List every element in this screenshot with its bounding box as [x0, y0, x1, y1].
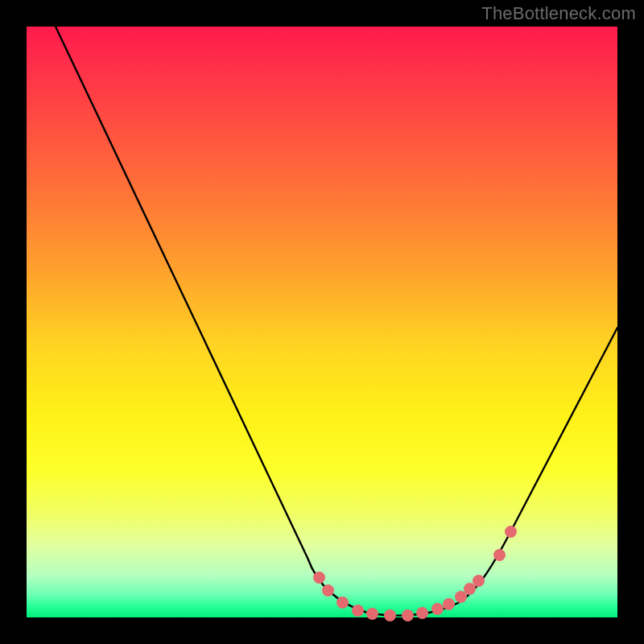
curve-path: [56, 27, 617, 615]
data-marker: [322, 584, 334, 597]
data-marker: [473, 575, 485, 587]
plot-area: [27, 27, 617, 617]
data-marker: [384, 609, 396, 621]
data-marker: [352, 605, 364, 617]
data-marker: [443, 598, 455, 610]
data-marker: [366, 608, 378, 620]
data-marker: [431, 603, 444, 615]
chart-frame: TheBottleneck.com: [0, 0, 644, 644]
bottleneck-curve: [27, 27, 617, 617]
watermark-label: TheBottleneck.com: [481, 3, 636, 24]
data-marker: [416, 607, 428, 619]
data-marker: [313, 572, 325, 584]
data-marker: [402, 609, 414, 621]
